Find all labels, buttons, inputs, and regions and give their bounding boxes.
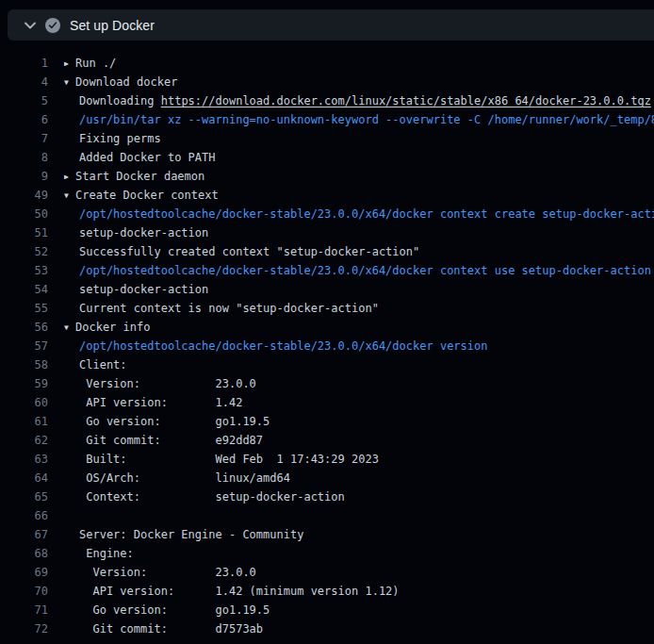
log-row: 68 Engine: — [0, 544, 654, 563]
log-row: 5Downloading https://download.docker.com… — [0, 91, 654, 110]
log-line-text: API version: 1.42 (minimum version 1.12) — [79, 582, 400, 601]
line-number[interactable]: 52 — [0, 242, 48, 261]
log-line-text: Version: 23.0.0 — [79, 374, 256, 393]
line-number[interactable]: 55 — [0, 299, 48, 318]
line-number[interactable]: 69 — [0, 563, 48, 582]
line-number[interactable]: 56 — [0, 318, 48, 337]
group-title: Docker info — [75, 321, 150, 334]
log-url-link[interactable]: https://download.docker.com/linux/static… — [161, 94, 651, 107]
check-circle-icon — [45, 18, 60, 33]
line-number[interactable]: 49 — [0, 186, 48, 205]
line-number[interactable]: 62 — [0, 431, 48, 450]
line-number[interactable]: 61 — [0, 412, 48, 431]
line-number[interactable]: 71 — [0, 601, 48, 619]
actions-log-window: Set up Docker 1▶Run ./4▼Download docker5… — [0, 0, 654, 644]
log-line-text: Git commit: d7573ab — [79, 619, 263, 638]
chevron-expanded-icon: ▼ — [64, 187, 75, 205]
group-toggle[interactable]: ▼Docker info — [64, 318, 150, 337]
line-number[interactable]: 66 — [0, 506, 48, 525]
log-row: 63 Built: Wed Feb 1 17:43:29 2023 — [0, 450, 654, 469]
log-row: 60 API version: 1.42 — [0, 393, 654, 412]
log-line-text: Successfully created context "setup-dock… — [79, 242, 419, 261]
log-line-text: Engine: — [79, 544, 134, 563]
line-number[interactable]: 51 — [0, 223, 48, 242]
line-number[interactable]: 58 — [0, 355, 48, 374]
line-number[interactable]: 8 — [0, 148, 48, 167]
log-row: 9▶Start Docker daemon — [0, 167, 654, 186]
log-row: 58Client: — [0, 355, 654, 374]
line-number[interactable]: 9 — [0, 167, 48, 186]
log-row: 54setup-docker-action — [0, 280, 654, 299]
log-row: 51setup-docker-action — [0, 223, 654, 242]
log-line-text: Git commit: e92dd87 — [79, 431, 263, 450]
group-toggle[interactable]: ▶Start Docker daemon — [64, 167, 204, 186]
line-number[interactable]: 72 — [0, 619, 48, 638]
line-number[interactable]: 60 — [0, 393, 48, 412]
log-line-text: Fixing perms — [79, 129, 161, 148]
log-row: 65 Context: setup-docker-action — [0, 487, 654, 506]
chevron-collapsed-icon: ▶ — [64, 55, 75, 73]
log-row: 59 Version: 23.0.0 — [0, 374, 654, 393]
log-line-command: /usr/bin/tar xz --warning=no-unknown-key… — [79, 110, 654, 129]
line-number[interactable]: 64 — [0, 469, 48, 487]
line-number[interactable]: 5 — [0, 91, 48, 110]
line-number[interactable]: 63 — [0, 450, 48, 469]
log-row: 50/opt/hostedtoolcache/docker-stable/23.… — [0, 205, 654, 223]
log-row: 1▶Run ./ — [0, 54, 654, 73]
chevron-expanded-icon: ▼ — [64, 319, 75, 337]
line-number[interactable]: 6 — [0, 110, 48, 129]
line-number[interactable]: 54 — [0, 280, 48, 299]
log-row: 57/opt/hostedtoolcache/docker-stable/23.… — [0, 337, 654, 355]
line-number[interactable]: 67 — [0, 525, 48, 544]
log-line-text: setup-docker-action — [79, 223, 208, 242]
step-header[interactable]: Set up Docker — [8, 9, 654, 41]
log-row: 64 OS/Arch: linux/amd64 — [0, 469, 654, 487]
log-line-command: /opt/hostedtoolcache/docker-stable/23.0.… — [79, 337, 487, 355]
group-toggle[interactable]: ▶Run ./ — [64, 54, 116, 73]
group-title: Create Docker context — [75, 189, 219, 202]
log-viewer: 1▶Run ./4▼Download docker5Downloading ht… — [0, 54, 654, 638]
line-number[interactable]: 53 — [0, 261, 48, 280]
log-row: 52Successfully created context "setup-do… — [0, 242, 654, 261]
log-row: 53/opt/hostedtoolcache/docker-stable/23.… — [0, 261, 654, 280]
log-row: 56▼Docker info — [0, 318, 654, 337]
log-row: 6/usr/bin/tar xz --warning=no-unknown-ke… — [0, 110, 654, 129]
log-line-text: Go version: go1.19.5 — [79, 601, 270, 619]
line-number[interactable]: 50 — [0, 205, 48, 223]
line-number[interactable]: 70 — [0, 582, 48, 601]
line-number[interactable]: 1 — [0, 54, 48, 73]
group-title: Run ./ — [75, 57, 116, 70]
log-line-text: Server: Docker Engine - Community — [79, 525, 303, 544]
line-number[interactable]: 4 — [0, 73, 48, 91]
log-row: 61 Go version: go1.19.5 — [0, 412, 654, 431]
line-number[interactable]: 65 — [0, 487, 48, 506]
group-toggle[interactable]: ▼Create Docker context — [64, 186, 219, 205]
log-row: 66 — [0, 506, 654, 525]
log-row: 69 Version: 23.0.0 — [0, 563, 654, 582]
line-number[interactable]: 68 — [0, 544, 48, 563]
log-row: 7Fixing perms — [0, 129, 654, 148]
log-row: 70 API version: 1.42 (minimum version 1.… — [0, 582, 654, 601]
step-title: Set up Docker — [70, 18, 155, 33]
log-line-text: Current context is now "setup-docker-act… — [79, 299, 379, 318]
chevron-down-icon[interactable] — [25, 20, 36, 31]
log-row: 4▼Download docker — [0, 73, 654, 91]
log-line-text: Context: setup-docker-action — [79, 487, 345, 506]
group-toggle[interactable]: ▼Download docker — [64, 73, 177, 91]
chevron-expanded-icon: ▼ — [64, 74, 75, 91]
log-line-text: Downloading https://download.docker.com/… — [79, 91, 651, 110]
line-number[interactable]: 57 — [0, 337, 48, 355]
log-row: 8Added Docker to PATH — [0, 148, 654, 167]
line-number[interactable]: 7 — [0, 129, 48, 148]
group-title: Download docker — [75, 75, 177, 89]
line-number[interactable]: 59 — [0, 374, 48, 393]
log-row: 72 Git commit: d7573ab — [0, 619, 654, 638]
log-row: 55Current context is now "setup-docker-a… — [0, 299, 654, 318]
group-title: Start Docker daemon — [75, 170, 204, 183]
log-row: 62 Git commit: e92dd87 — [0, 431, 654, 450]
log-line-text: Version: 23.0.0 — [79, 563, 256, 582]
log-line-text: Client: — [79, 355, 127, 374]
log-row: 49▼Create Docker context — [0, 186, 654, 205]
log-line-text: OS/Arch: linux/amd64 — [79, 469, 290, 487]
log-line-text: setup-docker-action — [79, 280, 208, 299]
